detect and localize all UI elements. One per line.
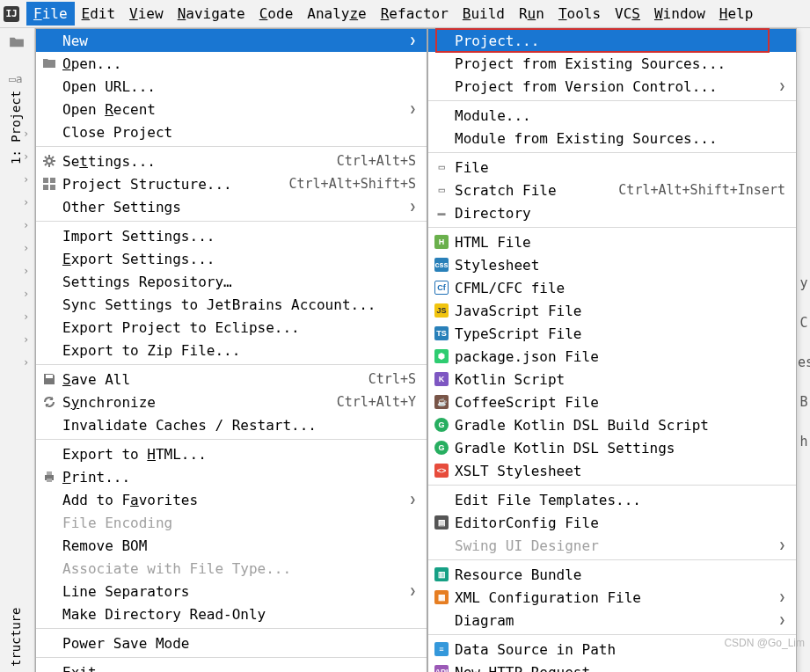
xml-icon: ▦ (434, 589, 449, 605)
new-menu-item-directory[interactable]: ▬Directory (428, 201, 796, 224)
file-menu-item-open-url[interactable]: Open URL... (36, 75, 427, 98)
app-icon: IJ (4, 6, 19, 22)
file-menu-item-close-project[interactable]: Close Project (36, 121, 427, 143)
menubar-item-run[interactable]: Run (512, 2, 551, 26)
file-menu-separator (36, 628, 427, 629)
file-menu-item-export-settings[interactable]: Export Settings... (36, 247, 427, 270)
svg-rect-7 (47, 471, 52, 475)
file-menu-item-make-directory-read-only[interactable]: Make Directory Read-Only (36, 603, 427, 625)
file-menu-item-exit[interactable]: Exit (36, 661, 427, 672)
new-menu-item-javascript-file[interactable]: JSJavaScript File (428, 299, 796, 322)
file-menu-item-other-settings[interactable]: Other Settings❯ (36, 195, 427, 218)
file-menu-item-line-separators[interactable]: Line Separators❯ (36, 580, 427, 603)
gear-icon (41, 153, 57, 169)
structure-tool-label[interactable]: tructure (9, 608, 23, 667)
file-menu-item-project-structure[interactable]: Project Structure...Ctrl+Alt+Shift+S (36, 172, 427, 195)
new-menu-item-scratch-file[interactable]: ▭Scratch FileCtrl+Alt+Shift+Insert (428, 179, 796, 201)
new-menu-item-gradle-kotlin-dsl-build-script[interactable]: GGradle Kotlin DSL Build Script (428, 413, 796, 436)
file-menu-item-export-project-to-eclipse[interactable]: Export Project to Eclipse... (36, 316, 427, 339)
new-menu-item-xslt-stylesheet[interactable]: <>XSLT Stylesheet (428, 459, 796, 482)
menu-item-label: Gradle Kotlin DSL Settings (455, 440, 785, 457)
submenu-arrow-icon: ❯ (777, 614, 785, 626)
file-menu-item-print[interactable]: Print... (36, 465, 427, 488)
new-menu-item-module-from-existing-sources[interactable]: Module from Existing Sources... (428, 127, 796, 150)
file-menu-item-export-to-html[interactable]: Export to HTML... (36, 442, 427, 465)
file-menu-item-power-save-mode[interactable]: Power Save Mode (36, 632, 427, 654)
cf-icon: Cf (434, 280, 449, 296)
menubar-item-navigate[interactable]: Navigate (171, 2, 252, 26)
file-menu: New❯Open...Open URL...Open Recent❯Close … (35, 28, 427, 672)
new-menu-item-package-json-file[interactable]: ⬢package.json File (428, 345, 796, 368)
menu-item-label: Print... (62, 469, 416, 486)
new-menu-item-edit-file-templates[interactable]: Edit File Templates... (428, 488, 796, 511)
file-menu-item-export-to-zip-file[interactable]: Export to Zip File... (36, 339, 427, 362)
menu-item-label: CoffeeScript File (455, 394, 785, 411)
file-menu-item-settings-repository[interactable]: Settings Repository… (36, 270, 427, 293)
file-menu-item-remove-bom[interactable]: Remove BOM (36, 534, 427, 557)
menubar-item-edit[interactable]: Edit (75, 2, 123, 26)
file-menu-item-import-settings[interactable]: Import Settings... (36, 224, 427, 247)
file-menu-item-open-recent[interactable]: Open Recent❯ (36, 98, 427, 121)
blank-icon (41, 560, 57, 576)
new-menu-item-gradle-kotlin-dsl-settings[interactable]: GGradle Kotlin DSL Settings (428, 436, 796, 459)
menubar-item-refactor[interactable]: Refactor (374, 2, 456, 26)
menubar-item-view[interactable]: View (122, 2, 171, 26)
menubar-item-tools[interactable]: Tools (551, 2, 608, 26)
menubar-item-window[interactable]: Window (647, 2, 712, 26)
menu-item-label: Edit File Templates... (455, 492, 785, 508)
new-menu-item-project-from-existing-sources[interactable]: Project from Existing Sources... (428, 52, 796, 75)
submenu-arrow-icon: ❯ (407, 103, 416, 115)
new-menu-item-module[interactable]: Module... (428, 104, 796, 127)
new-menu-item-kotlin-script[interactable]: KKotlin Script (428, 368, 796, 391)
menu-item-label: Export Settings... (62, 251, 416, 267)
menu-item-label: Remove BOM (62, 537, 416, 554)
file-icon: ▭ (434, 159, 449, 175)
new-menu-item-project[interactable]: Project... (428, 29, 796, 52)
new-menu-item-html-file[interactable]: HHTML File (428, 230, 796, 253)
struct-icon (41, 176, 57, 192)
file-menu-item-open[interactable]: Open... (36, 52, 427, 75)
menubar-item-help[interactable]: Help (712, 2, 761, 26)
menu-item-label: Scratch File (455, 182, 613, 199)
menubar: IJ FileEditViewNavigateCodeAnalyzeRefact… (0, 0, 810, 28)
file-menu-item-synchronize[interactable]: SynchronizeCtrl+Alt+Y (36, 391, 427, 413)
submenu-arrow-icon: ❯ (777, 539, 785, 551)
tree-chevrons: ››››››››››› (23, 128, 29, 369)
menubar-item-vcs[interactable]: VCS (608, 2, 647, 26)
new-menu-item-typescript-file[interactable]: TSTypeScript File (428, 322, 796, 345)
new-menu-item-editorconfig-file[interactable]: ▤EditorConfig File (428, 511, 796, 534)
new-menu-item-project-from-version-control[interactable]: Project from Version Control...❯ (428, 75, 796, 98)
new-menu-item-resource-bundle[interactable]: ▥Resource Bundle (428, 563, 796, 586)
blank-icon (41, 417, 57, 433)
file-menu-item-new[interactable]: New❯ (36, 29, 427, 52)
svg-rect-2 (50, 178, 55, 183)
file-menu-item-settings[interactable]: Settings...Ctrl+Alt+S (36, 150, 427, 172)
menubar-item-file[interactable]: File (26, 2, 75, 26)
file-menu-item-add-to-favorites[interactable]: Add to Favorites❯ (36, 488, 427, 511)
new-menu-item-stylesheet[interactable]: cssStylesheet (428, 253, 796, 276)
menubar-item-analyze[interactable]: Analyze (300, 2, 373, 26)
new-menu-item-coffeescript-file[interactable]: ☕CoffeeScript File (428, 391, 796, 413)
new-menu-item-xml-configuration-file[interactable]: ▦XML Configuration File❯ (428, 586, 796, 609)
blank-icon (41, 101, 57, 117)
open-icon (41, 55, 57, 71)
file-menu-item-save-all[interactable]: Save AllCtrl+S (36, 368, 427, 391)
new-menu-item-diagram[interactable]: Diagram❯ (428, 609, 796, 632)
project-tool-label[interactable]: 1: Project (9, 91, 23, 164)
blank-icon (434, 612, 449, 628)
menubar-item-build[interactable]: Build (456, 2, 512, 26)
menubar-item-code[interactable]: Code (252, 2, 301, 26)
blank-icon (41, 274, 57, 289)
folder-a-icon[interactable]: ▭a (9, 72, 25, 84)
menu-item-label: Power Save Mode (62, 635, 416, 652)
submenu-arrow-icon: ❯ (407, 34, 416, 47)
open-folder-icon[interactable] (9, 35, 25, 47)
new-menu-item-new-http-request[interactable]: APINew HTTP Request (428, 661, 796, 672)
file-menu-item-invalidate-caches-restart[interactable]: Invalidate Caches / Restart... (36, 413, 427, 436)
new-menu-item-swing-ui-designer: Swing UI Designer❯ (428, 534, 796, 557)
new-menu-item-file[interactable]: ▭File (428, 156, 796, 179)
new-menu-item-cfml-cfc-file[interactable]: CfCFML/CFC file (428, 276, 796, 299)
api-icon: API (434, 664, 449, 672)
file-menu-item-sync-settings-to-jetbrains-account[interactable]: Sync Settings to JetBrains Account... (36, 293, 427, 316)
left-tool-rail: ▭a 1: Project tructure (0, 28, 35, 672)
